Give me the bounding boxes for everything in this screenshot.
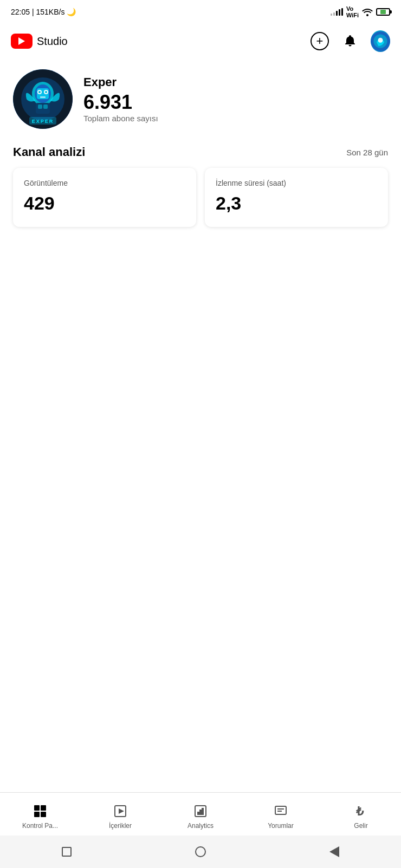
square-icon [62, 847, 72, 857]
analytics-header: Kanal analizi Son 28 gün [13, 145, 388, 159]
yt-play-button [11, 34, 33, 49]
svg-text:₺: ₺ [355, 805, 364, 818]
back-icon [329, 846, 339, 857]
subscriber-count: 6.931 [83, 92, 158, 113]
svg-rect-13 [36, 103, 50, 114]
analytics-section: Kanal analizi Son 28 gün Görüntüleme 429… [0, 140, 401, 227]
svg-text:EXPER: EXPER [32, 119, 54, 124]
subscriber-label: Toplam abone sayısı [83, 114, 158, 123]
svg-rect-20 [34, 812, 40, 817]
logo-area: Studio [11, 34, 68, 49]
nav-label-analytics: Analytics [187, 822, 214, 830]
youtube-logo [11, 34, 33, 49]
svg-point-10 [38, 91, 41, 93]
nav-item-analytics[interactable]: Analytics [160, 793, 241, 836]
nav-item-comments[interactable]: Yorumlar [241, 793, 321, 836]
nav-label-dashboard: Kontrol Pa... [22, 822, 58, 830]
nav-item-revenue[interactable]: ₺ Gelir [321, 793, 401, 836]
watch-time-value: 2,3 [216, 193, 377, 214]
bell-button[interactable] [340, 31, 360, 51]
vo-wifi-label: VoWiFi [346, 5, 359, 18]
wifi-icon [362, 8, 373, 16]
svg-rect-19 [41, 805, 46, 811]
svg-rect-26 [199, 810, 202, 815]
channel-name: Exper [83, 75, 158, 89]
svg-marker-23 [119, 808, 124, 814]
analytics-icon [193, 804, 208, 819]
signal-icon [331, 8, 343, 16]
nav-label-contents: İçerikler [109, 822, 132, 830]
watch-time-card: İzlenme süresi (saat) 2,3 [205, 168, 388, 227]
svg-point-11 [45, 91, 47, 93]
nav-item-dashboard[interactable]: Kontrol Pa... [0, 793, 80, 836]
status-time-speed: 22:05 | 151KB/s 🌙 [11, 8, 76, 16]
comments-icon [273, 804, 288, 819]
svg-rect-25 [197, 812, 199, 815]
system-nav [0, 836, 401, 868]
stat-cards: Görüntüleme 429 İzlenme süresi (saat) 2,… [13, 168, 388, 227]
views-value: 429 [24, 193, 185, 214]
svg-rect-21 [41, 812, 46, 817]
svg-rect-15 [43, 105, 48, 109]
app-bar: Studio + [0, 24, 401, 58]
watch-time-label: İzlenme süresi (saat) [216, 179, 377, 187]
svg-point-2 [378, 38, 383, 43]
svg-rect-18 [34, 805, 40, 811]
plus-icon: + [311, 32, 329, 50]
nav-label-comments: Yorumlar [268, 822, 294, 830]
dashboard-icon [33, 804, 48, 819]
battery-icon [376, 8, 390, 16]
add-button[interactable]: + [310, 31, 329, 51]
nav-label-revenue: Gelir [354, 822, 367, 830]
user-avatar [371, 30, 390, 52]
views-label: Görüntüleme [24, 179, 185, 187]
home-icon [195, 846, 206, 857]
profile-section: EXPER Exper 6.931 Toplam abone sayısı [0, 58, 401, 140]
bell-icon [342, 34, 358, 49]
bottom-nav: Kontrol Pa... İçerikler Analytics [0, 792, 401, 836]
avatar-button[interactable] [371, 31, 390, 51]
svg-rect-14 [38, 105, 42, 109]
back-button[interactable] [324, 841, 345, 863]
channel-avatar: EXPER [13, 69, 73, 129]
status-bar: 22:05 | 151KB/s 🌙 VoWiFi [0, 0, 401, 24]
recent-apps-button[interactable] [56, 841, 77, 863]
studio-label: Studio [37, 35, 68, 48]
contents-icon [113, 804, 128, 819]
nav-item-contents[interactable]: İçerikler [80, 793, 160, 836]
analytics-title: Kanal analizi [13, 145, 85, 159]
status-icons: VoWiFi [331, 5, 390, 18]
revenue-icon: ₺ [353, 804, 368, 819]
app-bar-actions: + [310, 31, 390, 51]
views-card: Görüntüleme 429 [13, 168, 196, 227]
svg-rect-12 [40, 96, 46, 98]
channel-info: Exper 6.931 Toplam abone sayısı [83, 75, 158, 123]
svg-rect-27 [202, 808, 204, 815]
date-range: Son 28 gün [346, 148, 388, 157]
home-button[interactable] [190, 841, 211, 863]
svg-rect-28 [275, 806, 286, 814]
